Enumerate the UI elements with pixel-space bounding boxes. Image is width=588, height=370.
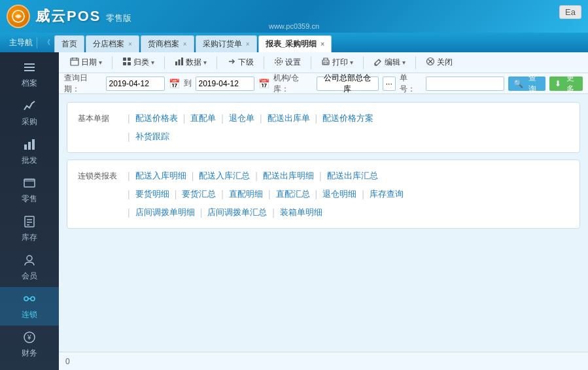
sidebar-item-member[interactable]: 会员 <box>0 248 59 287</box>
sidebar-item-finance[interactable]: ¥财务 <box>0 326 59 364</box>
report-link-配送出库单[interactable]: 配送出库单 <box>266 112 311 125</box>
toolbar-btn-sub[interactable]: 下级 <box>221 54 260 71</box>
report-link-直配明细[interactable]: 直配明细 <box>228 188 264 201</box>
org-label: 机构/仓库： <box>273 73 313 95</box>
sidebar-item-purchase[interactable]: 采购 <box>0 94 59 133</box>
link-sep: | <box>315 189 318 199</box>
chain-section-links: |配送入库明细|配送入库汇总|配送出库明细|配送出库汇总|要货明细|要货汇总|直… <box>124 169 569 219</box>
link-sep: | <box>319 171 322 181</box>
order-number-input[interactable] <box>426 76 504 91</box>
toolbar-btn-edit[interactable]: 编辑▾ <box>368 54 411 71</box>
sidebar-item-retail[interactable]: 零售 <box>0 171 59 210</box>
svg-rect-29 <box>123 62 126 65</box>
tab-close-purchase-detail[interactable]: × <box>320 41 324 48</box>
toolbar: 日期▾归类▾数据▾下级设置打印▾编辑▾关闭 <box>59 52 588 73</box>
toolbar-btn-date[interactable]: 日期▾ <box>64 54 108 71</box>
calendar-icon-from[interactable]: 📅 <box>169 78 180 89</box>
report-link-补货跟踪[interactable]: 补货跟踪 <box>134 130 171 143</box>
report-link-直配单[interactable]: 直配单 <box>189 112 217 125</box>
link-sep: | <box>200 207 203 218</box>
date-to-input[interactable] <box>196 76 254 91</box>
dropdown-arrow-category: ▾ <box>151 59 154 66</box>
sidebar-item-chain[interactable]: 连锁 <box>0 287 59 326</box>
svg-line-38 <box>379 59 381 61</box>
report-link-装箱单明细[interactable]: 装箱单明细 <box>279 206 324 219</box>
app-title: 威云POS <box>35 7 101 26</box>
sidebar-item-decision[interactable]: 决策 <box>0 364 59 370</box>
report-link-配送出库明细[interactable]: 配送出库明细 <box>262 169 315 182</box>
svg-rect-3 <box>24 70 35 71</box>
report-link-直配汇总[interactable]: 直配汇总 <box>275 188 311 201</box>
report-link-店间调拨单明细[interactable]: 店间调拨单明细 <box>134 206 196 219</box>
report-link-要货汇总[interactable]: 要货汇总 <box>181 188 217 201</box>
toolbar-btn-print[interactable]: 打印▾ <box>315 54 359 71</box>
svg-rect-5 <box>28 142 31 150</box>
report-link-要货明细[interactable]: 要货明细 <box>134 188 171 201</box>
toolbar-label-print: 打印 <box>332 57 348 68</box>
sub-toolbar-icon <box>227 57 236 68</box>
date-toolbar-icon <box>70 57 79 68</box>
report-link-配送出库汇总[interactable]: 配送出库汇总 <box>326 169 379 182</box>
app-subtitle: 零售版 <box>106 12 131 24</box>
report-link-库存查询[interactable]: 库存查询 <box>368 188 405 201</box>
date-label: 查询日期： <box>64 73 102 95</box>
toolbar-sep-3 <box>216 56 217 69</box>
tab-branch[interactable]: 分店档案× <box>86 35 139 52</box>
toolbar-btn-settings[interactable]: 设置 <box>268 54 307 71</box>
member-icon <box>23 254 36 269</box>
toolbar-sep-4 <box>264 56 264 69</box>
logo: 威云POS 零售版 <box>7 5 131 28</box>
link-sep: | <box>362 189 364 199</box>
tab-purchase-order[interactable]: 采购订货单× <box>196 35 257 52</box>
toolbar-btn-data[interactable]: 数据▾ <box>169 54 213 71</box>
dropdown-arrow-data: ▾ <box>203 59 207 66</box>
header-url: www.pc0359.cn <box>269 22 319 30</box>
tab-vendor[interactable]: 货商档案× <box>141 35 194 52</box>
report-link-配送价格方案[interactable]: 配送价格方案 <box>321 112 375 125</box>
inventory-icon <box>23 215 36 230</box>
sidebar-item-archive[interactable]: 档案 <box>0 56 59 94</box>
report-link-退仓单[interactable]: 退仓单 <box>228 112 256 125</box>
report-link-店间调拨单汇总[interactable]: 店间调拨单汇总 <box>206 206 268 219</box>
close-toolbar-icon <box>426 57 435 68</box>
nav-collapse-btn[interactable]: 《 <box>41 38 53 47</box>
toolbar-btn-category[interactable]: 归类▾ <box>116 54 160 71</box>
report-link-配送价格表[interactable]: 配送价格表 <box>134 112 179 125</box>
tab-close-vendor[interactable]: × <box>183 41 187 48</box>
svg-rect-1 <box>24 63 35 65</box>
search-btn[interactable]: 🔍 查询 <box>508 76 545 91</box>
toolbar-sep-2 <box>164 56 165 69</box>
more-btn[interactable]: ⬇ 更多 <box>549 76 583 91</box>
svg-rect-30 <box>128 62 131 65</box>
logo-icon <box>7 5 30 28</box>
ea-badge[interactable]: Ea <box>559 5 581 19</box>
basic-section-links: |配送价格表|直配单|退仓单|配送出库单|配送价格方案|补货跟踪 <box>124 112 569 143</box>
svg-point-13 <box>27 256 32 261</box>
tab-close-branch[interactable]: × <box>128 41 132 48</box>
finance-icon: ¥ <box>23 331 36 346</box>
toolbar-btn-close[interactable]: 关闭 <box>420 54 458 71</box>
report-link-配送入库汇总[interactable]: 配送入库汇总 <box>198 169 251 182</box>
svg-rect-2 <box>24 67 35 68</box>
basic-section-title: 基本单据 <box>78 113 109 124</box>
basic-section: 基本单据 |配送价格表|直配单|退仓单|配送出库单|配送价格方案|补货跟踪 <box>67 102 580 153</box>
toolbar-label-category: 归类 <box>133 57 149 68</box>
org-more-btn[interactable]: ··· <box>383 76 396 91</box>
sidebar-label-wholesale: 批发 <box>22 155 37 166</box>
bottom-bar: 0 <box>59 352 588 370</box>
report-link-退仓明细[interactable]: 退仓明细 <box>321 188 358 201</box>
links-row-1: |要货明细|要货汇总|直配明细|直配汇总|退仓明细|库存查询 <box>124 188 569 201</box>
sidebar-item-inventory[interactable]: 库存 <box>0 210 59 248</box>
tab-close-purchase-order[interactable]: × <box>246 41 250 48</box>
toolbar-label-date: 日期 <box>81 57 97 68</box>
date-from-input[interactable] <box>106 76 165 91</box>
tab-home[interactable]: 首页 <box>54 35 84 52</box>
calendar-icon-to[interactable]: 📅 <box>258 78 269 89</box>
org-selector-btn[interactable]: 公司总部总仓库 <box>317 76 379 91</box>
sidebar-label-inventory: 库存 <box>22 232 37 243</box>
tab-purchase-detail[interactable]: 报表_采购明细× <box>258 35 332 52</box>
main-layout: 档案采购批发零售库存会员连锁¥财务决策系统 日期▾归类▾数据▾下级设置打印▾编辑… <box>0 52 588 370</box>
report-link-配送入库明细[interactable]: 配送入库明细 <box>134 169 188 182</box>
sidebar-item-wholesale[interactable]: 批发 <box>0 133 59 171</box>
toolbar-label-sub: 下级 <box>238 57 254 68</box>
